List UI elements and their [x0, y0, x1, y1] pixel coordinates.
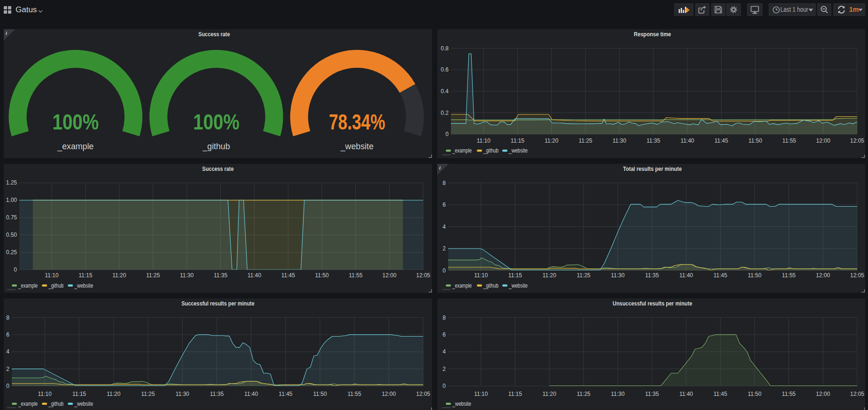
svg-text:11:30: 11:30 [612, 137, 626, 144]
svg-text:11:40: 11:40 [681, 137, 694, 144]
svg-text:12:05: 12:05 [850, 391, 864, 397]
svg-text:11:40: 11:40 [679, 391, 693, 397]
svg-text:11:40: 11:40 [679, 272, 693, 279]
svg-text:2: 2 [6, 366, 9, 372]
svg-text:_example: _example [57, 142, 94, 152]
svg-text:0.75: 0.75 [6, 214, 17, 221]
svg-text:8: 8 [6, 314, 9, 321]
svg-text:11:10: 11:10 [474, 272, 488, 279]
svg-text:_website: _website [74, 401, 93, 407]
svg-text:11:15: 11:15 [511, 137, 524, 144]
svg-text:11:55: 11:55 [782, 137, 796, 144]
svg-text:11:50: 11:50 [747, 272, 761, 279]
svg-text:0: 0 [442, 383, 446, 389]
svg-text:_github: _github [202, 142, 230, 152]
svg-text:_example: _example [452, 282, 472, 289]
svg-text:_github: _github [48, 282, 64, 289]
svg-text:12:00: 12:00 [382, 391, 396, 397]
svg-text:11:35: 11:35 [645, 391, 659, 397]
svg-text:11:20: 11:20 [545, 137, 558, 144]
svg-text:78.34%: 78.34% [329, 109, 386, 134]
svg-text:_website: _website [508, 147, 528, 154]
svg-text:_example: _example [18, 401, 38, 407]
svg-text:0.8: 0.8 [441, 45, 449, 52]
svg-text:0.6: 0.6 [441, 66, 449, 73]
svg-text:11:10: 11:10 [38, 391, 52, 397]
svg-text:11:50: 11:50 [315, 272, 329, 279]
svg-text:11:30: 11:30 [176, 391, 189, 397]
svg-text:_github: _github [483, 147, 498, 154]
svg-text:11:10: 11:10 [474, 391, 488, 397]
svg-text:11:20: 11:20 [542, 272, 556, 279]
svg-text:11:20: 11:20 [113, 272, 126, 279]
svg-text:12:05: 12:05 [850, 137, 864, 144]
svg-text:12:05: 12:05 [416, 272, 430, 279]
svg-text:11:15: 11:15 [72, 391, 86, 397]
svg-text:0.25: 0.25 [6, 249, 17, 256]
svg-text:11:45: 11:45 [714, 272, 727, 279]
svg-text:11:20: 11:20 [107, 391, 121, 397]
svg-text:4: 4 [6, 348, 9, 355]
svg-text:12:00: 12:00 [816, 137, 830, 144]
svg-text:4: 4 [442, 348, 446, 355]
svg-text:11:35: 11:35 [210, 391, 224, 397]
svg-text:8: 8 [442, 180, 446, 186]
svg-text:12:05: 12:05 [416, 391, 430, 397]
svg-text:Success rate: Success rate [199, 31, 230, 38]
svg-text:0: 0 [442, 267, 446, 274]
svg-text:11:15: 11:15 [79, 272, 92, 279]
svg-text:11:35: 11:35 [214, 272, 227, 279]
svg-text:2: 2 [442, 245, 446, 252]
svg-text:_website: _website [508, 282, 528, 289]
svg-text:0.2: 0.2 [441, 110, 449, 116]
svg-text:11:35: 11:35 [645, 272, 659, 279]
svg-text:11:25: 11:25 [577, 391, 590, 397]
svg-text:1.25: 1.25 [6, 179, 17, 186]
svg-text:11:40: 11:40 [244, 391, 258, 397]
svg-text:11:25: 11:25 [141, 391, 155, 397]
svg-text:11:50: 11:50 [748, 137, 762, 144]
svg-text:12:05: 12:05 [850, 272, 864, 279]
svg-text:2: 2 [442, 366, 446, 372]
svg-text:11:40: 11:40 [248, 272, 261, 279]
svg-text:11:15: 11:15 [508, 391, 522, 397]
svg-text:12:00: 12:00 [382, 272, 396, 279]
svg-text:11:25: 11:25 [577, 272, 590, 279]
svg-text:Unsuccessful results per minut: Unsuccessful results per minute [613, 300, 692, 307]
svg-text:100%: 100% [193, 109, 240, 134]
svg-text:11:50: 11:50 [747, 391, 761, 397]
svg-text:11:35: 11:35 [646, 137, 660, 144]
svg-text:11:45: 11:45 [715, 137, 728, 144]
svg-text:11:10: 11:10 [45, 272, 58, 279]
svg-text:8: 8 [442, 314, 446, 321]
svg-text:Success rate: Success rate [202, 165, 234, 172]
svg-text:12:00: 12:00 [816, 272, 830, 279]
svg-text:11:45: 11:45 [281, 272, 295, 279]
svg-text:4: 4 [442, 224, 446, 230]
svg-text:_website: _website [74, 282, 93, 289]
svg-text:11:10: 11:10 [477, 137, 490, 144]
svg-text:11:30: 11:30 [611, 391, 625, 397]
svg-text:11:55: 11:55 [782, 272, 796, 279]
svg-text:11:45: 11:45 [714, 391, 727, 397]
svg-text:_github: _github [48, 401, 64, 407]
svg-text:12:00: 12:00 [816, 391, 830, 397]
svg-text:1.00: 1.00 [6, 197, 17, 203]
svg-text:0: 0 [445, 131, 449, 137]
svg-text:Response time: Response time [634, 31, 671, 38]
svg-text:11:55: 11:55 [782, 391, 796, 397]
svg-text:0: 0 [6, 383, 9, 389]
svg-text:11:30: 11:30 [611, 272, 625, 279]
svg-text:Total results per minute: Total results per minute [623, 165, 682, 172]
svg-text:0.50: 0.50 [6, 232, 17, 238]
svg-text:0.4: 0.4 [441, 88, 449, 95]
svg-text:11:25: 11:25 [146, 272, 160, 279]
svg-text:6: 6 [6, 331, 9, 338]
svg-text:11:55: 11:55 [349, 272, 362, 279]
svg-text:_example: _example [18, 282, 38, 289]
svg-text:11:50: 11:50 [313, 391, 327, 397]
svg-text:100%: 100% [52, 109, 99, 134]
svg-text:11:15: 11:15 [508, 272, 522, 279]
svg-text:0: 0 [14, 266, 17, 273]
svg-text:_website: _website [340, 142, 374, 152]
